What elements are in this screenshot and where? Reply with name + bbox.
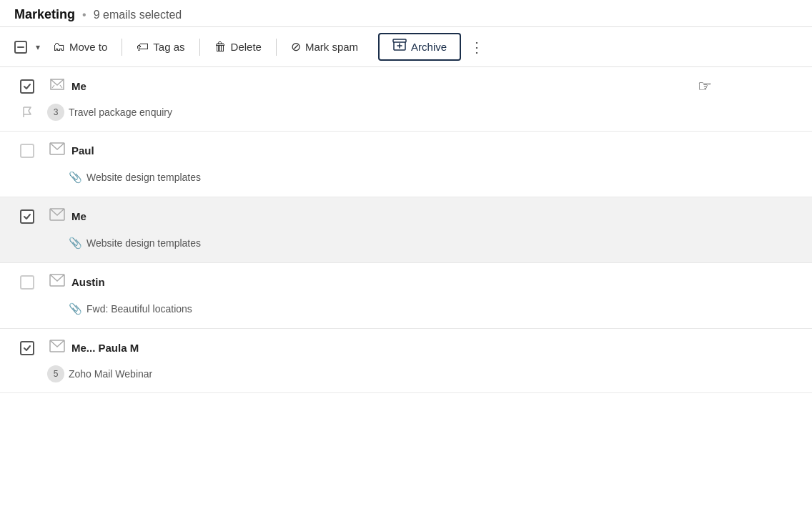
folder-icon: 🗂 [53,40,65,54]
folder-title: Marketing [14,7,75,22]
mail-icon-col [43,78,71,94]
trash-icon: 🗑 [214,40,227,54]
toolbar: ▾ 🗂 Move to 🏷 Tag as 🗑 Delete ⊘ Mark spa… [0,27,812,67]
move-to-label: Move to [69,41,107,53]
email-content-4: Austin [71,269,801,295]
sender-name: Paul [71,144,801,157]
mail-icon [49,208,65,224]
row-checkbox-col [11,144,43,158]
list-item[interactable]: Paul 📎 Website design templates [0,132,812,197]
email-checkbox-2[interactable] [20,144,34,158]
list-item[interactable]: Austin 📎 Fwd: Beautiful locations [0,263,812,329]
email-content-5: Me... Paula M [71,335,801,361]
subject-col: 📎 Website design templates [69,164,801,191]
email-checkbox-5[interactable] [20,341,34,355]
email-checkbox-1[interactable] [20,79,34,94]
thread-badge-col: 3 [43,104,69,121]
archive-icon [392,39,407,55]
tag-icon: 🏷 [137,40,149,54]
row-checkbox-col [11,341,43,355]
mail-icon [49,340,65,356]
subject-text: 📎 Website design templates [69,171,801,184]
subject-col: 📎 Fwd: Beautiful locations [69,295,801,322]
select-all-checkbox[interactable] [14,41,27,54]
mail-icon [49,274,65,290]
row-checkbox-col [11,209,43,224]
select-all-area[interactable] [14,36,33,58]
mail-icon [49,78,65,94]
mark-spam-label: Mark spam [305,41,358,53]
mail-icon-col [43,208,71,224]
email-list: Me 3 Travel package enquiry [0,67,812,393]
sender-name: Me [71,80,801,92]
list-item[interactable]: Me... Paula M 5 Zoho Mail Webinar [0,329,812,393]
list-item[interactable]: Me 📎 Website design templates [0,197,812,263]
svg-rect-0 [393,39,406,42]
archive-button[interactable]: Archive [378,33,461,61]
header-separator: • [82,9,86,21]
delete-label: Delete [231,41,262,53]
email-checkbox-4[interactable] [20,275,34,290]
flag-col [11,105,43,119]
mail-icon-col [43,274,71,290]
mark-spam-button[interactable]: ⊘ Mark spam [281,35,368,59]
divider-2 [199,39,200,56]
row-checkbox-col [11,79,43,94]
mail-icon [49,142,65,159]
email-content-3: Me [71,203,801,229]
subject-text: 📎 Fwd: Beautiful locations [69,302,801,315]
move-to-button[interactable]: 🗂 Move to [43,36,117,59]
subject-col: Zoho Mail Webinar [69,361,801,387]
delete-button[interactable]: 🗑 Delete [204,36,272,59]
spam-icon: ⊘ [291,39,301,54]
email-checkbox-3[interactable] [20,209,34,224]
attachment-icon: 📎 [69,302,82,315]
select-dropdown-arrow[interactable]: ▾ [33,38,43,56]
email-content-2: Paul [71,137,801,164]
email-content-1: Me [71,73,801,99]
attachment-icon: 📎 [69,171,82,184]
subject-text: Zoho Mail Webinar [69,368,801,380]
archive-label: Archive [411,41,447,53]
divider-1 [122,39,122,56]
app-container: Marketing • 9 emails selected ▾ 🗂 Move t… [0,0,812,393]
subject-text: Travel package enquiry [69,107,801,118]
tag-as-label: Tag as [153,41,184,53]
subject-col: Travel package enquiry [69,99,801,125]
list-item[interactable]: Me 3 Travel package enquiry [0,67,812,132]
selected-count: 9 emails selected [94,9,182,21]
tag-as-button[interactable]: 🏷 Tag as [127,36,194,59]
flag-icon [20,105,34,119]
mail-icon-col [43,340,71,356]
thread-badge-col: 5 [43,365,69,382]
sender-name: Me... Paula M [71,342,801,354]
attachment-icon: 📎 [69,237,82,249]
mail-icon-col [43,142,71,159]
thread-count-badge: 5 [47,365,64,382]
sender-name: Austin [71,276,801,288]
thread-count-badge: 3 [47,104,64,121]
row-checkbox-col [11,275,43,290]
more-options-button[interactable]: ⋮ [464,34,490,60]
subject-col: 📎 Website design templates [69,229,801,257]
divider-3 [276,39,277,56]
subject-text: 📎 Website design templates [69,237,801,249]
header-bar: Marketing • 9 emails selected [0,0,812,27]
sender-name: Me [71,210,801,222]
